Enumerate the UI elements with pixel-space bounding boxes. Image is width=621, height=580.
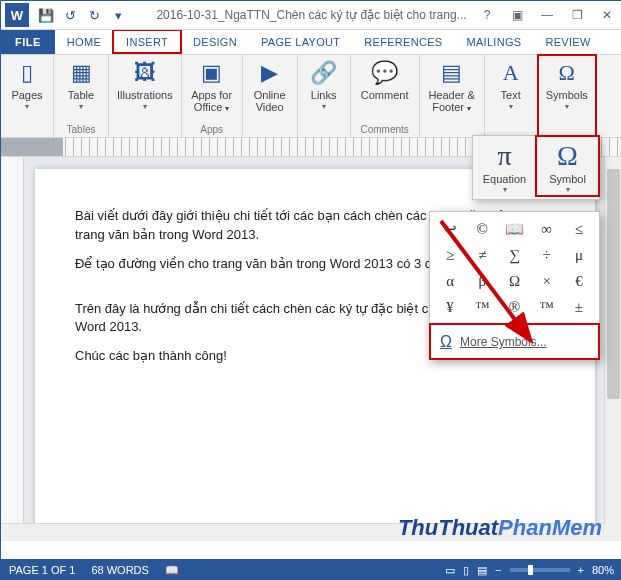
- symbol-cell[interactable]: ¥: [434, 294, 466, 320]
- group-links: 🔗Links▾: [298, 55, 351, 137]
- symbol-cell[interactable]: ≥: [434, 242, 466, 268]
- title-bar: W 💾 ↺ ↻ ▾ 2016-10-31_NgaTTN_Chèn các ký …: [1, 1, 621, 30]
- chevron-down-icon: ▾: [503, 185, 507, 194]
- illustrations-button[interactable]: 🖼Illustrations▾: [113, 57, 177, 113]
- header-footer-button[interactable]: ▤Header &Footer ▾: [424, 57, 478, 117]
- symbol-cell[interactable]: 📖: [498, 216, 530, 242]
- group-apps: ▣Apps forOffice ▾ Apps: [182, 55, 243, 137]
- apps-for-office-button[interactable]: ▣Apps forOffice ▾: [187, 57, 236, 117]
- redo-icon[interactable]: ↻: [83, 4, 105, 26]
- vertical-ruler[interactable]: [1, 157, 24, 541]
- tab-mailings[interactable]: MAILINGS: [454, 30, 533, 54]
- omega-icon: Ω: [559, 59, 575, 87]
- chevron-down-icon: ▾: [322, 102, 326, 111]
- pages-button[interactable]: ▯Pages▾: [5, 57, 49, 113]
- text-button[interactable]: AText▾: [489, 57, 533, 113]
- window-controls: ? ▣ — ❐ ✕: [472, 1, 621, 29]
- view-print-icon[interactable]: ▯: [463, 564, 469, 577]
- word-logo-icon: W: [5, 3, 29, 27]
- links-button[interactable]: 🔗Links▾: [302, 57, 346, 113]
- page-indicator[interactable]: PAGE 1 OF 1: [9, 564, 75, 577]
- chevron-down-icon: ▾: [79, 102, 83, 111]
- group-media: ▶OnlineVideo: [243, 55, 298, 137]
- symbol-cell[interactable]: ≠: [466, 242, 498, 268]
- ribbon-options-icon[interactable]: ▣: [502, 1, 532, 29]
- more-symbols-button[interactable]: Ω More Symbols...: [430, 324, 599, 359]
- symbol-cell[interactable]: ™: [466, 294, 498, 320]
- group-pages: ▯Pages▾: [1, 55, 54, 137]
- online-video-button[interactable]: ▶OnlineVideo: [248, 57, 292, 115]
- help-icon[interactable]: ?: [472, 1, 502, 29]
- chevron-down-icon: ▾: [566, 185, 570, 194]
- symbol-cell[interactable]: ÷: [531, 242, 563, 268]
- undo-icon[interactable]: ↺: [59, 4, 81, 26]
- zoom-in-icon[interactable]: +: [578, 564, 584, 576]
- zoom-level[interactable]: 80%: [592, 564, 614, 576]
- symbol-cell[interactable]: μ: [563, 242, 595, 268]
- close-icon[interactable]: ✕: [592, 1, 621, 29]
- view-readmode-icon[interactable]: ▭: [445, 564, 455, 577]
- word-count[interactable]: 68 WORDS: [91, 564, 148, 577]
- tab-page-layout[interactable]: PAGE LAYOUT: [249, 30, 352, 54]
- symbol-cell[interactable]: β: [466, 268, 498, 294]
- document-title: 2016-10-31_NgaTTN_Chèn các ký tự đặc biệ…: [156, 8, 466, 22]
- zoom-slider[interactable]: [510, 568, 570, 572]
- table-icon: ▦: [71, 59, 92, 87]
- symbol-cell[interactable]: ©: [466, 216, 498, 242]
- video-icon: ▶: [261, 59, 278, 87]
- omega-icon: Ω: [440, 333, 452, 351]
- tab-references[interactable]: REFERENCES: [352, 30, 454, 54]
- textbox-icon: A: [503, 59, 519, 87]
- minimize-icon[interactable]: —: [532, 1, 562, 29]
- more-symbols-label: More Symbols...: [460, 335, 547, 349]
- symbols-button[interactable]: ΩSymbols▾: [542, 57, 592, 113]
- restore-icon[interactable]: ❐: [562, 1, 592, 29]
- table-button[interactable]: ▦Table▾: [59, 57, 103, 113]
- spellcheck-icon[interactable]: 📖: [165, 564, 179, 577]
- view-web-icon[interactable]: ▤: [477, 564, 487, 577]
- tab-home[interactable]: HOME: [55, 30, 113, 54]
- omega-icon: Ω: [557, 140, 578, 172]
- group-header-footer: ▤Header &Footer ▾: [420, 55, 485, 137]
- link-icon: 🔗: [310, 59, 337, 87]
- symbol-button[interactable]: ΩSymbol▾: [536, 136, 599, 196]
- ribbon: ▯Pages▾ ▦Table▾ Tables 🖼Illustrations▾ ▣…: [1, 55, 621, 138]
- group-illustrations: 🖼Illustrations▾: [109, 55, 182, 137]
- symbol-cell[interactable]: ®: [498, 294, 530, 320]
- group-symbols: ΩSymbols▾: [538, 55, 596, 137]
- status-bar: PAGE 1 OF 1 68 WORDS 📖 ▭ ▯ ▤ − + 80%: [1, 559, 621, 580]
- symbol-grid: ↩©📖∞≤≥≠∑÷μαβΩ×€¥™®™±: [430, 212, 599, 324]
- symbol-cell[interactable]: ™: [531, 294, 563, 320]
- scroll-thumb[interactable]: [607, 169, 620, 399]
- symbol-cell[interactable]: Ω: [498, 268, 530, 294]
- group-tables: ▦Table▾ Tables: [54, 55, 109, 137]
- chevron-down-icon: ▾: [509, 102, 513, 111]
- vertical-scrollbar[interactable]: [604, 157, 621, 541]
- comment-icon: 💬: [371, 59, 398, 87]
- equation-button[interactable]: πEquation▾: [473, 136, 536, 196]
- symbol-cell[interactable]: €: [563, 268, 595, 294]
- tab-insert[interactable]: INSERT: [112, 29, 182, 54]
- group-comments: 💬Comment Comments: [351, 55, 420, 137]
- apps-icon: ▣: [201, 59, 222, 87]
- save-icon[interactable]: 💾: [35, 4, 57, 26]
- group-text: AText▾: [485, 55, 538, 137]
- quick-access-toolbar: W 💾 ↺ ↻ ▾: [1, 3, 129, 27]
- qat-customize-icon[interactable]: ▾: [107, 4, 129, 26]
- tab-file[interactable]: FILE: [1, 30, 55, 54]
- symbol-cell[interactable]: ±: [563, 294, 595, 320]
- symbol-cell[interactable]: ×: [531, 268, 563, 294]
- symbol-cell[interactable]: ↩: [434, 216, 466, 242]
- symbol-cell[interactable]: ≤: [563, 216, 595, 242]
- symbol-cell[interactable]: ∞: [531, 216, 563, 242]
- watermark: ThuThuatPhanMem: [398, 515, 602, 541]
- tab-review[interactable]: REVIEW: [533, 30, 602, 54]
- symbol-cell[interactable]: α: [434, 268, 466, 294]
- zoom-out-icon[interactable]: −: [495, 564, 501, 576]
- pi-icon: π: [497, 140, 511, 172]
- tab-design[interactable]: DESIGN: [181, 30, 249, 54]
- chevron-down-icon: ▾: [25, 102, 29, 111]
- symbols-flyout: πEquation▾ ΩSymbol▾: [472, 135, 600, 200]
- comment-button[interactable]: 💬Comment: [357, 57, 413, 103]
- symbol-cell[interactable]: ∑: [498, 242, 530, 268]
